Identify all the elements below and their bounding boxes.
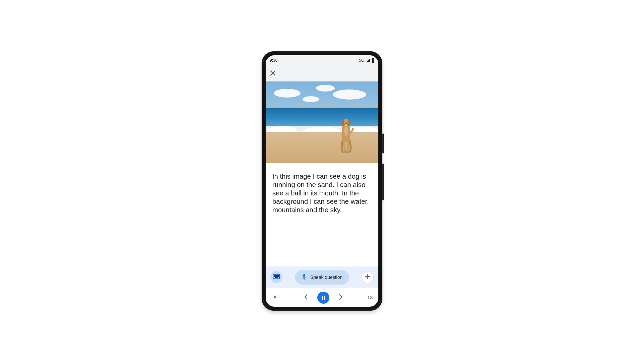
pause-button[interactable] xyxy=(317,292,329,304)
dog-illustration xyxy=(336,117,356,155)
plus-icon xyxy=(365,274,370,281)
svg-rect-29 xyxy=(324,296,325,300)
svg-rect-20 xyxy=(278,276,279,277)
svg-rect-28 xyxy=(322,296,323,300)
svg-rect-21 xyxy=(275,277,278,278)
playback-speed-button[interactable]: 1X xyxy=(367,295,373,300)
settings-button[interactable] xyxy=(271,294,279,302)
app-bar xyxy=(266,65,378,81)
svg-rect-1 xyxy=(372,59,374,63)
svg-rect-17 xyxy=(275,276,276,277)
signal-icon xyxy=(366,58,370,62)
chevron-left-icon xyxy=(304,294,308,301)
image-description: In this image I can see a dog is running… xyxy=(266,163,378,266)
image-preview xyxy=(266,81,378,163)
svg-rect-19 xyxy=(277,276,278,277)
svg-point-8 xyxy=(344,122,345,122)
battery-icon xyxy=(372,58,374,63)
svg-rect-18 xyxy=(276,276,277,277)
svg-point-27 xyxy=(274,296,276,298)
phone-power-button xyxy=(382,133,384,154)
svg-rect-11 xyxy=(274,275,275,276)
svg-point-7 xyxy=(345,124,347,126)
network-label: 5G xyxy=(359,58,364,63)
svg-rect-0 xyxy=(372,58,374,59)
keyboard-button[interactable] xyxy=(270,271,282,283)
add-button[interactable] xyxy=(362,271,374,283)
playback-controls xyxy=(302,292,345,304)
speak-question-label: Speak question xyxy=(310,275,343,280)
status-right: 5G xyxy=(359,58,374,63)
svg-rect-13 xyxy=(276,275,277,276)
status-time: 9:30 xyxy=(270,58,277,63)
playback-bar: 1X xyxy=(266,288,378,307)
close-icon[interactable] xyxy=(269,69,277,77)
svg-point-9 xyxy=(347,122,348,122)
screen: 9:30 5G xyxy=(266,55,378,307)
speak-question-button[interactable]: Speak question xyxy=(295,270,350,285)
action-bar: Speak question xyxy=(266,266,378,288)
gear-icon xyxy=(272,294,278,302)
svg-rect-14 xyxy=(277,275,278,276)
svg-rect-22 xyxy=(303,274,305,278)
status-bar: 9:30 5G xyxy=(266,55,378,65)
chevron-right-icon xyxy=(339,294,343,301)
svg-rect-12 xyxy=(275,275,276,276)
previous-button[interactable] xyxy=(302,294,310,302)
keyboard-icon xyxy=(273,274,280,280)
next-button[interactable] xyxy=(337,294,345,302)
svg-rect-15 xyxy=(278,275,279,276)
phone-volume-button xyxy=(382,164,384,200)
svg-rect-16 xyxy=(274,276,275,277)
microphone-icon xyxy=(302,274,307,281)
phone-frame: 9:30 5G xyxy=(262,51,382,311)
pause-icon xyxy=(321,295,326,300)
